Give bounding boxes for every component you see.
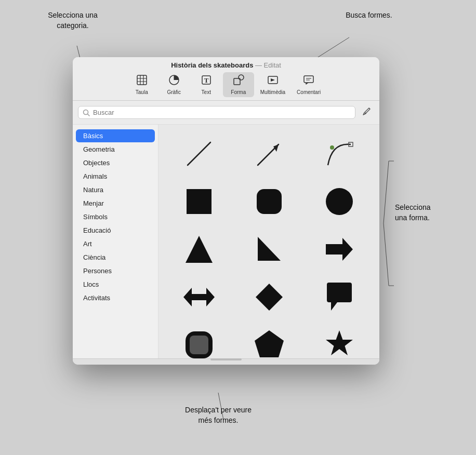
shape-diamond[interactable]	[237, 276, 301, 318]
toolbar-taula-label: Taula	[136, 89, 148, 95]
toolbar-multimedia-label: Multimèdia	[260, 89, 285, 95]
svg-marker-38	[256, 284, 283, 311]
svg-line-3	[384, 223, 389, 286]
panel-content: Bàsics Geometria Objectes Animals Natura…	[73, 101, 379, 358]
titlebar: Història dels skateboards — Editat Taula	[73, 57, 379, 101]
main-window: Història dels skateboards — Editat Taula	[73, 57, 379, 365]
shape-pentagon[interactable]	[237, 324, 301, 358]
scroll-indicator	[210, 358, 242, 360]
svg-marker-37	[183, 288, 215, 306]
toolbar-taula[interactable]: Taula	[126, 72, 157, 97]
categories-sidebar: Bàsics Geometria Objectes Animals Natura…	[73, 125, 158, 358]
svg-point-25	[365, 113, 366, 114]
svg-marker-41	[255, 330, 284, 357]
svg-text:T: T	[204, 76, 208, 84]
pen-button[interactable]	[360, 105, 374, 120]
toolbar-text[interactable]: T Text	[191, 72, 222, 97]
toolbar-grafic-label: Gràfic	[167, 89, 181, 95]
shape-arrow-right[interactable]	[307, 229, 371, 270]
sidebar-item-persones[interactable]: Persones	[76, 264, 155, 277]
svg-point-30	[330, 145, 334, 150]
callout-scroll: Desplaça't per veure més formes.	[161, 405, 275, 425]
search-icon	[83, 109, 90, 116]
comment-icon	[303, 74, 314, 88]
sidebar-item-animals[interactable]: Animals	[76, 170, 155, 183]
svg-marker-42	[326, 330, 353, 355]
svg-rect-31	[187, 189, 211, 214]
search-wrapper[interactable]	[78, 106, 355, 119]
svg-marker-35	[258, 237, 281, 261]
sidebar-item-menjar[interactable]: Menjar	[76, 197, 155, 210]
svg-line-2	[384, 161, 389, 223]
svg-line-24	[369, 108, 370, 109]
toolbar-text-label: Text	[202, 89, 211, 95]
sidebar-item-ciencia[interactable]: Ciència	[76, 251, 155, 264]
window-title: Història dels skateboards — Editat	[171, 61, 281, 69]
table-icon	[136, 74, 148, 88]
toolbar-comentari-label: Comentari	[297, 89, 321, 95]
sidebar-item-educacio[interactable]: Educació	[76, 224, 155, 237]
sidebar-item-natura[interactable]: Natura	[76, 183, 155, 196]
svg-point-33	[326, 188, 353, 215]
shape-right-triangle[interactable]	[237, 229, 301, 270]
text-icon: T	[201, 74, 212, 88]
shape-speech-bubble[interactable]	[307, 276, 371, 318]
panel-body: Bàsics Geometria Objectes Animals Natura…	[73, 125, 379, 358]
shape-icon	[233, 74, 244, 88]
shape-rounded-square[interactable]	[237, 181, 301, 222]
shape-double-arrow[interactable]	[167, 276, 231, 318]
shape-triangle[interactable]	[167, 229, 231, 270]
svg-rect-7	[137, 75, 147, 85]
search-input[interactable]	[93, 109, 351, 116]
sidebar-item-simbols[interactable]: Símbols	[76, 210, 155, 223]
callout-select-shape: Selecciona una forma.	[395, 203, 462, 223]
toolbar-grafic[interactable]: Gràfic	[158, 72, 190, 97]
sidebar-item-objectes[interactable]: Objectes	[76, 156, 155, 169]
sidebar-item-art[interactable]: Art	[76, 237, 155, 250]
scroll-bar-area	[73, 358, 379, 365]
svg-marker-36	[326, 238, 353, 261]
sidebar-item-geometria[interactable]: Geometria	[76, 143, 155, 156]
toolbar: Taula Gràfic T	[121, 72, 332, 100]
shape-curve[interactable]	[307, 133, 371, 175]
svg-rect-40	[190, 336, 208, 354]
shape-line-diagonal[interactable]	[167, 133, 231, 175]
toolbar-comentari[interactable]: Comentari	[292, 72, 326, 97]
shapes-grid	[158, 125, 379, 358]
svg-marker-34	[186, 236, 213, 263]
shape-square[interactable]	[167, 181, 231, 222]
shape-circle[interactable]	[307, 181, 371, 222]
callout-category: Selecciona una categoria.	[31, 10, 114, 31]
svg-rect-32	[257, 189, 282, 214]
toolbar-forma-label: Forma	[231, 89, 246, 95]
callout-search: Busca formes.	[333, 10, 405, 21]
svg-line-23	[88, 114, 90, 116]
shape-star[interactable]	[307, 324, 371, 358]
search-bar	[73, 101, 379, 125]
shape-rounded-square-small[interactable]	[167, 324, 231, 358]
sidebar-item-llocs[interactable]: Llocs	[76, 278, 155, 291]
svg-rect-19	[304, 76, 313, 83]
media-icon	[267, 74, 279, 88]
svg-line-26	[188, 142, 210, 165]
toolbar-multimedia[interactable]: Multimèdia	[255, 72, 290, 97]
svg-point-17	[239, 75, 244, 80]
chart-icon	[168, 74, 180, 88]
sidebar-item-basics[interactable]: Bàsics	[76, 129, 155, 142]
toolbar-forma[interactable]: Forma	[223, 72, 254, 97]
sidebar-item-activitats[interactable]: Activitats	[76, 291, 155, 304]
shape-line-arrow[interactable]	[237, 133, 301, 175]
